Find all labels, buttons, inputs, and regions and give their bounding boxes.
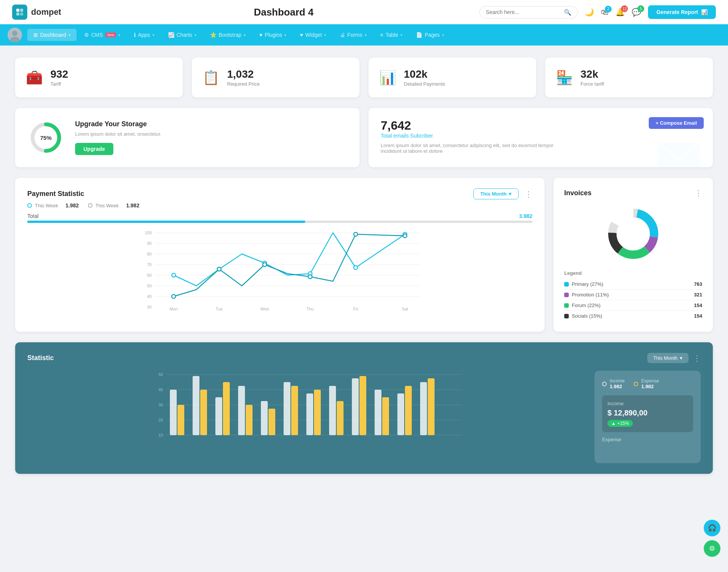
header-right: 🔍 🌙 🛍 2 🔔 12 💬 5 Generate Report 📊 (479, 5, 716, 19)
nav-label-apps: Apps (138, 32, 150, 38)
svg-rect-64 (238, 386, 245, 435)
moon-icon[interactable]: 🌙 (585, 8, 594, 17)
svg-text:70: 70 (147, 262, 152, 267)
search-icon: 🔍 (564, 9, 571, 16)
svg-point-37 (172, 295, 176, 298)
tariff-icon: 🧰 (26, 70, 43, 86)
email-description: Lorem ipsum dolor sit amet, consectetur … (381, 143, 563, 154)
bell-icon-btn[interactable]: 🔔 12 (615, 8, 625, 17)
nav-item-widget[interactable]: ♥ Widget ▾ (294, 29, 332, 41)
compose-email-button[interactable]: + Compose Email (649, 117, 704, 129)
required-price-value: 1,032 (227, 68, 260, 80)
payment-controls: This Month ▾ ⋮ (473, 188, 532, 199)
legend-dot-2 (88, 203, 93, 208)
bar-chart-svg: 50 40 30 20 10 (27, 371, 585, 462)
nav-item-dashboard[interactable]: ⊞ Dashboard ▾ (27, 29, 77, 41)
promotion-label: Promotion (11%) (572, 292, 609, 298)
required-price-icon: 📋 (202, 70, 220, 86)
svg-text:80: 80 (147, 252, 152, 256)
nav-item-bootstrap[interactable]: ⭐ Bootstrap ▾ (204, 29, 252, 41)
inv-label-socials: Socials (15%) (564, 313, 602, 319)
expense-legend-label: Expense (641, 378, 659, 384)
income-legend-dot (602, 382, 607, 386)
plugins-arrow: ▾ (284, 33, 286, 37)
nav-item-charts[interactable]: 📈 Charts ▾ (162, 29, 202, 41)
svg-point-38 (217, 267, 221, 271)
storage-info: Upgrade Your Storage Lorem ipsum dolor s… (75, 120, 162, 155)
legend-this-week-1: This Week 1.982 (27, 202, 79, 208)
expense-legend-dot (634, 382, 638, 386)
legend-dot-1 (27, 203, 32, 208)
nav-item-plugins[interactable]: ♥ Plugins ▾ (253, 29, 292, 41)
charts-arrow: ▾ (195, 33, 196, 37)
more-options-icon[interactable]: ⋮ (525, 190, 532, 199)
nav-item-apps[interactable]: ℹ Apps ▾ (128, 29, 160, 41)
total-bar-fill (27, 221, 305, 223)
svg-rect-68 (284, 382, 290, 435)
line-chart-container: 100 90 80 70 60 50 40 30 Mon Tue Wed Thu… (27, 229, 532, 314)
nav-item-pages[interactable]: 📄 Pages ▾ (410, 29, 450, 41)
legend-row: This Week 1.982 This Week 1.982 (27, 202, 532, 208)
statistic-month-filter[interactable]: This Month ▾ (647, 353, 689, 363)
legend-val-1: 1.982 (66, 202, 79, 208)
nav-label-pages: Pages (425, 32, 440, 38)
svg-rect-1 (20, 9, 23, 12)
apps-icon: ℹ (134, 32, 136, 38)
email-subtitle: Total emails Subcriber. (381, 133, 701, 139)
statistic-card: Statistic This Month ▾ ⋮ (15, 342, 713, 474)
total-value: 3.982 (519, 213, 532, 219)
generate-report-button[interactable]: Generate Report 📊 (648, 5, 716, 19)
cart-icon-btn[interactable]: 🛍 2 (601, 8, 609, 17)
nav-bar: ⊞ Dashboard ▾ ⚙ CMS New ▾ ℹ Apps ▾ 📈 Cha… (0, 24, 728, 45)
detailed-payments-icon: 📊 (379, 70, 396, 86)
tariff-info: 932 Tariff (50, 68, 68, 87)
legend-label-1: This Week (35, 203, 58, 208)
total-label: Total (27, 213, 39, 219)
nav-item-cms[interactable]: ⚙ CMS New ▾ (78, 29, 126, 41)
svg-text:30: 30 (158, 403, 163, 407)
nav-item-forms[interactable]: 🖨 Forms ▾ (334, 29, 373, 41)
search-box[interactable]: 🔍 (479, 6, 578, 19)
svg-rect-74 (352, 378, 359, 435)
expense-section: Expense (602, 437, 693, 442)
msg-icon-btn[interactable]: 💬 5 (632, 8, 641, 17)
svg-rect-72 (329, 386, 336, 435)
inv-legend-item-primary: Primary (27%) 763 (564, 279, 702, 290)
search-input[interactable] (486, 9, 561, 15)
dashboard-icon: ⊞ (33, 32, 38, 38)
svg-rect-81 (428, 378, 435, 435)
this-month-label: This Month (480, 191, 507, 197)
nav-item-table[interactable]: ≡ Table ▾ (374, 29, 409, 41)
svg-rect-66 (261, 401, 268, 435)
svg-text:Thu: Thu (307, 307, 314, 311)
required-price-label: Required Price (227, 81, 260, 87)
svg-point-31 (172, 273, 176, 277)
svg-text:Mon: Mon (169, 307, 177, 311)
svg-text:40: 40 (158, 387, 163, 392)
pages-arrow: ▾ (442, 33, 444, 37)
stat-card-required-price: 📋 1,032 Required Price (192, 58, 359, 97)
inv-label-promotion: Promotion (11%) (564, 292, 609, 298)
cart-badge: 2 (605, 6, 612, 13)
storage-title: Upgrade Your Storage (75, 120, 162, 128)
income-panel: Income 1.982 Expense 1.982 Income $ (595, 371, 701, 463)
inv-label-forum: Forum (22%) (564, 302, 601, 308)
invoices-legend: Primary (27%) 763 Promotion (11%) 321 Fo… (564, 279, 702, 321)
storage-donut: 75% (29, 121, 63, 155)
svg-text:Wed: Wed (260, 307, 269, 311)
nav-label-table: Table (386, 32, 398, 38)
this-month-filter[interactable]: This Month ▾ (473, 188, 519, 199)
statistic-more-icon[interactable]: ⋮ (693, 354, 701, 363)
force-tariff-icon: 🏪 (556, 70, 573, 86)
svg-rect-67 (268, 409, 275, 435)
invoices-more-icon[interactable]: ⋮ (695, 188, 702, 197)
logo-area: dompet (12, 5, 88, 20)
upgrade-button[interactable]: Upgrade (75, 143, 113, 155)
invoices-donut-svg (603, 204, 664, 264)
svg-text:Sat: Sat (402, 307, 408, 311)
chart-invoices-row: Payment Statistic This Month ▾ ⋮ This We… (15, 178, 713, 332)
svg-rect-78 (397, 393, 404, 435)
statistic-dropdown-arrow: ▾ (680, 355, 682, 361)
svg-text:30: 30 (147, 305, 152, 309)
nav-label-dashboard: Dashboard (40, 32, 66, 38)
